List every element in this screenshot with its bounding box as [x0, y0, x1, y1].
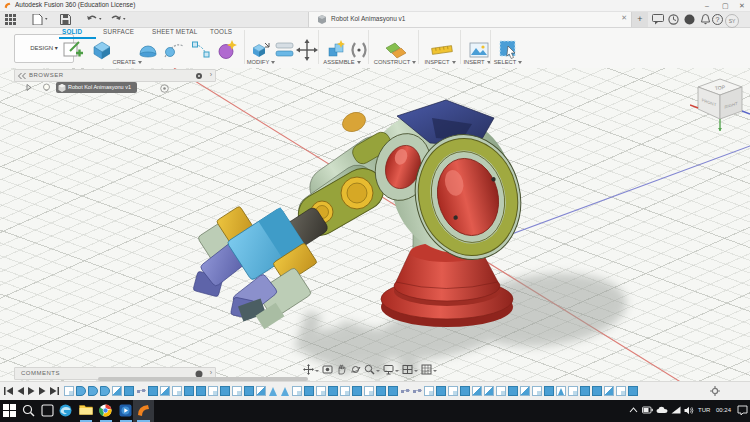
group-modify[interactable]: MODIFY: [226, 59, 296, 65]
timeline-feature-sketch[interactable]: [316, 386, 326, 396]
cloud-icon[interactable]: [656, 406, 668, 414]
timeline-feature-tri[interactable]: [280, 386, 290, 396]
timeline-feature-cone[interactable]: [556, 386, 566, 396]
user-avatar[interactable]: SY: [725, 14, 739, 28]
help-icon[interactable]: ?: [712, 14, 723, 25]
extrude-icon[interactable]: [90, 39, 114, 61]
zoom-icon[interactable]: [364, 361, 380, 379]
orbit-icon[interactable]: [350, 361, 361, 379]
timeline-feature-tri[interactable]: [268, 386, 278, 396]
robot-arm-model[interactable]: [0, 68, 750, 381]
save-icon[interactable]: [60, 14, 71, 25]
timeline-feature-loft[interactable]: [472, 386, 482, 396]
chrome-icon[interactable]: [99, 404, 112, 417]
fusion-360-icon[interactable]: [137, 404, 150, 417]
timeline-feature-sketch[interactable]: [208, 386, 218, 396]
timeline-feature-extrude[interactable]: [460, 386, 470, 396]
timeline-feature-extrude[interactable]: [328, 386, 338, 396]
move-icon[interactable]: [296, 39, 318, 61]
timeline-feature-sketch[interactable]: [292, 386, 302, 396]
joint-icon[interactable]: [348, 39, 370, 61]
redo-icon[interactable]: [110, 14, 126, 25]
timeline-gear-icon[interactable]: [710, 386, 720, 396]
timeline-feature-sketch[interactable]: [532, 386, 542, 396]
tab-solid[interactable]: SOLID: [62, 28, 82, 35]
create-sketch-icon[interactable]: [62, 39, 84, 61]
press-pull-icon[interactable]: [250, 39, 272, 61]
visibility-bulb-icon[interactable]: [42, 83, 51, 92]
fit-view-icon[interactable]: [322, 361, 333, 379]
select-icon[interactable]: [498, 39, 520, 61]
timeline-features[interactable]: [64, 386, 638, 396]
expand-node-icon[interactable]: [26, 84, 32, 91]
language-indicator[interactable]: TUR: [698, 407, 710, 413]
apps-grid-icon[interactable]: [5, 14, 16, 25]
edge-icon[interactable]: [59, 404, 72, 417]
timeline-feature-extrude[interactable]: [628, 386, 638, 396]
timeline-feature-joint[interactable]: [136, 386, 146, 396]
timeline-feature-sketch[interactable]: [340, 386, 350, 396]
task-view-icon[interactable]: [41, 404, 54, 417]
minimize-button[interactable]: –: [705, 1, 709, 10]
timeline-feature-extrude[interactable]: [184, 386, 194, 396]
action-center-icon[interactable]: [737, 405, 748, 416]
timeline-feature-loft[interactable]: [256, 386, 266, 396]
timeline-feature-loft[interactable]: [160, 386, 170, 396]
timeline-feature-extrude[interactable]: [508, 386, 518, 396]
viewport-canvas[interactable]: TOP FRONT RIGHT: [0, 68, 750, 381]
new-tab-button[interactable]: +: [632, 12, 648, 27]
timeline-feature-sketch[interactable]: [568, 386, 578, 396]
tab-surface[interactable]: SURFACE: [103, 28, 134, 35]
grid-settings-icon[interactable]: [421, 361, 437, 379]
chevron-up-icon[interactable]: [629, 407, 638, 413]
bell-icon[interactable]: [700, 14, 711, 25]
undo-icon[interactable]: [86, 14, 102, 25]
timeline-feature-extrude[interactable]: [148, 386, 158, 396]
timeline-feature-loft[interactable]: [520, 386, 530, 396]
file-explorer-icon[interactable]: [79, 404, 93, 416]
construct-plane-icon[interactable]: [384, 39, 408, 61]
timeline-feature-sketch[interactable]: [364, 386, 374, 396]
timeline-feature-loft[interactable]: [484, 386, 494, 396]
notification-dot-icon[interactable]: [684, 14, 695, 25]
timeline-feature-extrude[interactable]: [304, 386, 314, 396]
viewports-icon[interactable]: [402, 361, 418, 379]
timeline-feature-revolve[interactable]: [88, 386, 98, 396]
insert-image-icon[interactable]: [468, 39, 490, 61]
timeline-feature-joint[interactable]: [400, 386, 410, 396]
timeline-feature-extrude[interactable]: [124, 386, 134, 396]
group-create[interactable]: CREATE: [92, 59, 162, 65]
timeline-feature-loft[interactable]: [112, 386, 122, 396]
media-player-icon[interactable]: [119, 404, 132, 417]
sweep-icon[interactable]: [162, 39, 186, 61]
expand-panel-icon[interactable]: ›: [210, 369, 212, 376]
timeline-feature-extrude[interactable]: [544, 386, 554, 396]
clock[interactable]: 00:24: [716, 407, 731, 413]
timeline-feature-sketch[interactable]: [232, 386, 242, 396]
timeline-feature-extrude[interactable]: [244, 386, 254, 396]
job-status-icon[interactable]: [668, 14, 679, 25]
timeline-feature-sketch[interactable]: [616, 386, 626, 396]
timeline-feature-extrude[interactable]: [376, 386, 386, 396]
display-settings-icon[interactable]: [383, 361, 399, 379]
revolve-icon[interactable]: [136, 39, 160, 61]
collapse-panel-icon[interactable]: [18, 73, 26, 79]
timeline-feature-extrude[interactable]: [388, 386, 398, 396]
search-icon[interactable]: [22, 404, 35, 417]
timeline-playback-controls[interactable]: [4, 386, 60, 396]
group-select[interactable]: SELECT: [473, 59, 543, 65]
timeline-feature-extrude[interactable]: [436, 386, 446, 396]
radio-marker-icon[interactable]: [160, 84, 169, 93]
timeline-feature-joint[interactable]: [412, 386, 422, 396]
timeline-feature-extrude[interactable]: [196, 386, 206, 396]
timeline-feature-extrude[interactable]: [592, 386, 602, 396]
battery-icon[interactable]: [642, 406, 653, 414]
timeline-feature-sketch[interactable]: [64, 386, 74, 396]
new-file-icon[interactable]: [32, 14, 48, 25]
browser-panel-header[interactable]: BROWSER ›: [14, 69, 216, 82]
timeline-feature-sketch[interactable]: [448, 386, 458, 396]
shell-icon[interactable]: [274, 39, 296, 61]
close-tab-icon[interactable]: ✕: [621, 14, 627, 22]
volume-icon[interactable]: [684, 406, 694, 415]
timeline-feature-sketch[interactable]: [424, 386, 434, 396]
